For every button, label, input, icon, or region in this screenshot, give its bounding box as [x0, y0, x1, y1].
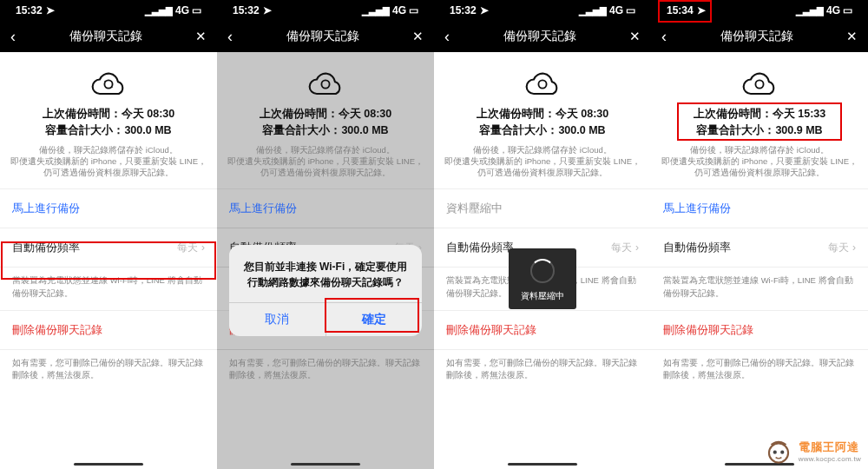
chevron-right-icon: › [852, 241, 856, 254]
chevron-right-icon: › [201, 241, 205, 254]
svg-point-1 [773, 451, 776, 454]
panel-4: 15:34➤ ▁▃▅▇4G▭ ‹ 備份聊天記錄 ✕ 上次備份時間：今天 15:3… [651, 0, 868, 469]
battery-icon: ▭ [843, 4, 852, 17]
battery-icon: ▭ [192, 4, 201, 17]
delete-note: 如有需要，您可刪除已備份的聊天記錄。聊天記錄刪除後，將無法復原。 [0, 350, 217, 389]
backup-now-button[interactable]: 馬上進行備份 [651, 189, 868, 228]
last-backup-time: 上次備份時間：今天 08:30 [9, 106, 208, 122]
panel-1: 15:32➤ ▁▃▅▇4G▭ ‹ 備份聊天記錄 ✕ 上次備份時間：今天 08:3… [0, 0, 217, 469]
freq-label: 自動備份頻率 [12, 240, 80, 255]
close-button[interactable]: ✕ [195, 29, 207, 44]
last-backup-time: 上次備份時間：今天 08:30 [226, 106, 425, 122]
back-button[interactable]: ‹ [444, 29, 450, 44]
network-label: 4G [826, 4, 840, 17]
cloud-icon [651, 69, 868, 99]
status-time: 15:32 [16, 4, 43, 17]
backup-caption: 備份後，聊天記錄將儲存於 iCloud。 即便遺失或換購新的 iPhone，只要… [443, 144, 642, 179]
status-time: 15:34 [667, 4, 694, 17]
cloud-icon [217, 69, 434, 99]
backup-size: 容量合計大小：300.9 MB [660, 122, 859, 139]
content-area: 上次備份時間：今天 08:30 容量合計大小：300.0 MB 備份後，聊天記錄… [0, 52, 217, 469]
alert-cancel-button[interactable]: 取消 [229, 303, 326, 336]
battery-icon: ▭ [626, 4, 635, 17]
auto-backup-frequency[interactable]: 自動備份頻率 每天› [651, 228, 868, 268]
spinner-icon [530, 259, 555, 283]
delete-backup-button[interactable]: 刪除備份聊天記錄 [434, 311, 651, 350]
backup-now-button[interactable]: 馬上進行備份 [0, 189, 217, 228]
freq-label: 自動備份頻率 [663, 240, 731, 255]
content-area: 上次備份時間：今天 08:30 容量合計大小：300.0 MB 備份後，聊天記錄… [434, 52, 651, 469]
freq-label: 自動備份頻率 [446, 240, 514, 255]
network-label: 4G [609, 4, 623, 17]
network-label: 4G [392, 4, 406, 17]
location-arrow-icon: ➤ [697, 4, 706, 17]
nav-header: ‹ 備份聊天記錄 ✕ [434, 21, 651, 52]
backup-size: 容量合計大小：300.0 MB [443, 122, 642, 139]
signal-icon: ▁▃▅▇ [796, 6, 824, 16]
close-button[interactable]: ✕ [846, 29, 858, 44]
back-button[interactable]: ‹ [10, 29, 16, 44]
status-bar: 15:32➤ ▁▃▅▇4G▭ [0, 0, 217, 21]
location-arrow-icon: ➤ [46, 4, 55, 17]
battery-icon: ▭ [409, 4, 418, 17]
signal-icon: ▁▃▅▇ [145, 6, 173, 16]
watermark-title: 電腦王阿達 [799, 439, 859, 455]
auto-backup-note: 當裝置為充電狀態並連線 Wi-Fi時，LINE 將會自動備份聊天記錄。 [0, 268, 217, 307]
freq-value: 每天 [828, 241, 849, 255]
watermark-url: www.kocpc.com.tw [799, 455, 861, 463]
status-time: 15:32 [450, 4, 477, 17]
home-indicator[interactable] [74, 463, 143, 466]
mascot-icon [764, 436, 793, 466]
delete-backup-button[interactable]: 刪除備份聊天記錄 [651, 311, 868, 350]
backup-caption: 備份後，聊天記錄將儲存於 iCloud。 即便遺失或換購新的 iPhone，只要… [226, 144, 425, 179]
backup-size: 容量合計大小：300.0 MB [9, 122, 208, 139]
status-time: 15:32 [233, 4, 260, 17]
nav-header: ‹ 備份聊天記錄 ✕ [651, 21, 868, 52]
home-indicator[interactable] [291, 463, 360, 466]
backup-caption: 備份後，聊天記錄將儲存於 iCloud。 即便遺失或換購新的 iPhone，只要… [9, 144, 208, 179]
page-title: 備份聊天記錄 [286, 29, 359, 44]
freq-value: 每天 [177, 241, 198, 255]
home-indicator[interactable] [508, 463, 577, 466]
compress-label-row: 資料壓縮中 [434, 189, 651, 228]
close-button[interactable]: ✕ [629, 29, 641, 44]
panel-3: 15:32➤ ▁▃▅▇4G▭ ‹ 備份聊天記錄 ✕ 上次備份時間：今天 08:3… [434, 0, 651, 469]
loader-text: 資料壓縮中 [509, 290, 576, 302]
content-area: 上次備份時間：今天 15:33 容量合計大小：300.9 MB 備份後，聊天記錄… [651, 52, 868, 469]
backup-now-button[interactable]: 馬上進行備份 [217, 189, 434, 228]
signal-icon: ▁▃▅▇ [579, 6, 607, 16]
chevron-right-icon: › [635, 241, 639, 254]
freq-value: 每天 [611, 241, 632, 255]
nav-header: ‹ 備份聊天記錄 ✕ [0, 21, 217, 52]
watermark: 電腦王阿達 www.kocpc.com.tw [764, 436, 861, 466]
page-title: 備份聊天記錄 [69, 29, 142, 44]
network-label: 4G [175, 4, 189, 17]
backup-info: 上次備份時間：今天 08:30 容量合計大小：300.0 MB 備份後，聊天記錄… [0, 106, 217, 178]
back-button[interactable]: ‹ [227, 29, 233, 44]
backup-info: 上次備份時間：今天 15:33 容量合計大小：300.9 MB 備份後，聊天記錄… [651, 106, 868, 178]
alert-message: 您目前並非連接 Wi-Fi，確定要使用行動網路數據來備份聊天記錄嗎？ [229, 245, 422, 302]
cloud-icon [434, 69, 651, 99]
location-arrow-icon: ➤ [263, 4, 272, 17]
delete-note: 如有需要，您可刪除已備份的聊天記錄。聊天記錄刪除後，將無法復原。 [217, 350, 434, 389]
panel-2: 15:32➤ ▁▃▅▇4G▭ ‹ 備份聊天記錄 ✕ 上次備份時間：今天 08:3… [217, 0, 434, 469]
backup-size: 容量合計大小：300.0 MB [226, 122, 425, 139]
location-arrow-icon: ➤ [480, 4, 489, 17]
delete-note: 如有需要，您可刪除已備份的聊天記錄。聊天記錄刪除後，將無法復原。 [651, 350, 868, 389]
content-area: 上次備份時間：今天 08:30 容量合計大小：300.0 MB 備份後，聊天記錄… [217, 52, 434, 469]
wifi-alert: 您目前並非連接 Wi-Fi，確定要使用行動網路數據來備份聊天記錄嗎？ 取消 確定 [229, 245, 422, 336]
auto-backup-frequency[interactable]: 自動備份頻率 每天› [0, 228, 217, 268]
cloud-icon [0, 69, 217, 99]
nav-header: ‹ 備份聊天記錄 ✕ [217, 21, 434, 52]
status-bar: 15:34➤ ▁▃▅▇4G▭ [651, 0, 868, 21]
delete-backup-button[interactable]: 刪除備份聊天記錄 [0, 311, 217, 350]
auto-backup-note: 當裝置為充電狀態並連線 Wi-Fi時，LINE 將會自動備份聊天記錄。 [651, 268, 868, 307]
signal-icon: ▁▃▅▇ [362, 6, 390, 16]
delete-note: 如有需要，您可刪除已備份的聊天記錄。聊天記錄刪除後，將無法復原。 [434, 350, 651, 389]
status-bar: 15:32➤ ▁▃▅▇4G▭ [217, 0, 434, 21]
back-button[interactable]: ‹ [661, 29, 667, 44]
close-button[interactable]: ✕ [412, 29, 424, 44]
status-bar: 15:32➤ ▁▃▅▇4G▭ [434, 0, 651, 21]
alert-ok-button[interactable]: 確定 [326, 303, 423, 336]
last-backup-time: 上次備份時間：今天 08:30 [443, 106, 642, 122]
